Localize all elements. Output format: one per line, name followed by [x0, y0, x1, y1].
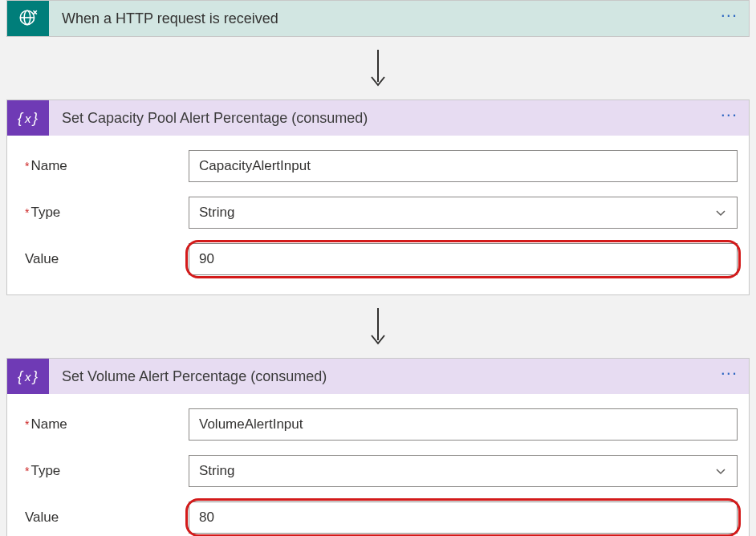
- action1-value-row: Value: [18, 243, 738, 275]
- svg-text:}: }: [31, 368, 38, 384]
- action2-body: Name Type String Value: [7, 394, 749, 536]
- name-input[interactable]: [189, 408, 738, 441]
- action1-type-row: Type String: [18, 197, 738, 229]
- variable-icon: { x }: [7, 100, 49, 136]
- name-label: Name: [18, 158, 189, 174]
- value-input[interactable]: [189, 501, 738, 534]
- connector-arrow-2: [0, 295, 756, 358]
- svg-text:x: x: [24, 112, 31, 125]
- action2-value-row: Value: [18, 501, 738, 534]
- action-card-volume: { x } Set Volume Alert Percentage (consu…: [6, 358, 750, 536]
- value-label: Value: [18, 510, 189, 526]
- connector-arrow-1: [0, 37, 756, 99]
- http-icon: [7, 1, 49, 36]
- name-label: Name: [18, 416, 189, 432]
- action2-name-row: Name: [18, 408, 738, 441]
- svg-text:}: }: [31, 110, 38, 126]
- type-label: Type: [18, 205, 189, 221]
- action-card-capacity: { x } Set Capacity Pool Alert Percentage…: [6, 99, 750, 295]
- type-selected-value: String: [199, 463, 234, 479]
- value-label: Value: [18, 251, 189, 267]
- more-icon[interactable]: ···: [721, 110, 738, 127]
- chevron-down-icon: [714, 206, 727, 219]
- more-icon[interactable]: ···: [721, 10, 738, 27]
- action1-body: Name Type String Value: [7, 136, 749, 294]
- trigger-card: When a HTTP request is received ···: [6, 0, 750, 37]
- type-select[interactable]: String: [189, 455, 738, 487]
- more-icon[interactable]: ···: [721, 368, 738, 385]
- type-label: Type: [18, 463, 189, 479]
- variable-icon: { x }: [7, 359, 49, 394]
- chevron-down-icon: [714, 465, 727, 477]
- action2-type-row: Type String: [18, 455, 738, 487]
- value-input[interactable]: [189, 243, 738, 275]
- trigger-header[interactable]: When a HTTP request is received ···: [7, 1, 749, 36]
- action1-name-row: Name: [18, 150, 738, 182]
- name-input[interactable]: [189, 150, 738, 182]
- action2-header[interactable]: { x } Set Volume Alert Percentage (consu…: [7, 359, 749, 394]
- action1-header[interactable]: { x } Set Capacity Pool Alert Percentage…: [7, 100, 749, 136]
- svg-text:{: {: [18, 368, 24, 384]
- trigger-title: When a HTTP request is received: [62, 10, 721, 27]
- type-select[interactable]: String: [189, 197, 738, 229]
- svg-text:x: x: [24, 370, 31, 384]
- svg-text:{: {: [18, 110, 24, 126]
- type-selected-value: String: [199, 205, 234, 221]
- action2-title: Set Volume Alert Percentage (consumed): [62, 368, 721, 385]
- action1-title: Set Capacity Pool Alert Percentage (cons…: [62, 110, 721, 127]
